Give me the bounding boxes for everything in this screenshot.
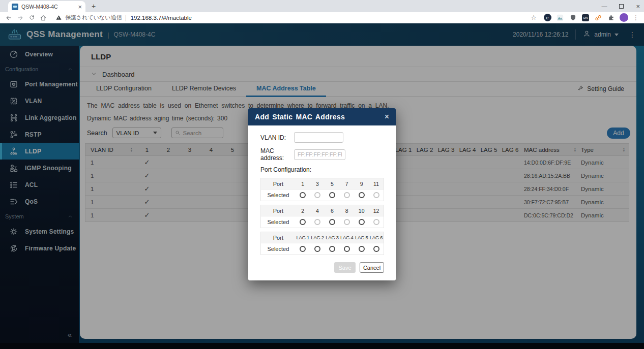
- port-config-table-2: Port24681012Selected: [260, 205, 384, 228]
- cancel-button[interactable]: Cancel: [360, 262, 384, 273]
- radio-port-lag-6[interactable]: [373, 246, 379, 252]
- tab-title: QSW-M408-4C: [21, 4, 75, 10]
- port-column-1: 1: [296, 181, 310, 187]
- radio-port-lag-5[interactable]: [359, 246, 365, 252]
- reload-icon: [28, 14, 35, 21]
- extension-link-icon[interactable]: [594, 14, 602, 22]
- extension-dn-icon[interactable]: DN: [581, 14, 590, 22]
- radio-port-lag-2[interactable]: [314, 246, 320, 252]
- dialog-title: Add Static MAC Address: [255, 113, 345, 121]
- radio-port-9[interactable]: [359, 192, 365, 198]
- profile-avatar[interactable]: [620, 13, 628, 22]
- radio-port-5[interactable]: [329, 192, 335, 198]
- address-bar-url[interactable]: 192.168.3.7/#/mactable: [131, 15, 192, 21]
- port-column-9: 9: [354, 181, 369, 187]
- extension-mountain-icon[interactable]: [556, 14, 564, 22]
- back-arrow-icon: [5, 14, 12, 21]
- browser-tab-bar: QSW-M408-4C × + — ×: [0, 0, 644, 12]
- port-column-12: 12: [369, 208, 384, 214]
- port-column-8: 8: [339, 208, 354, 214]
- mountain-icon: [556, 14, 564, 22]
- browser-menu-icon[interactable]: ⋮: [633, 14, 639, 21]
- radio-port-10[interactable]: [359, 219, 365, 225]
- port-column-lag-6: LAG 6: [369, 235, 384, 240]
- extension-e-icon[interactable]: e: [543, 14, 551, 22]
- radio-port-1[interactable]: [300, 192, 306, 198]
- extension-puzzle-icon[interactable]: [607, 14, 615, 22]
- puzzle-icon: [607, 14, 615, 21]
- mac-address-field[interactable]: [294, 149, 345, 160]
- port-column-lag-4: LAG 4: [339, 235, 354, 240]
- radio-port-11[interactable]: [373, 192, 379, 198]
- security-label: 保護されていない通信: [65, 14, 122, 21]
- port-header-label: Port: [261, 235, 296, 241]
- mac-address-label: MAC address:: [260, 147, 294, 162]
- radio-port-3[interactable]: [314, 192, 320, 198]
- window-maximize-button[interactable]: [619, 4, 624, 9]
- port-config-table-3: PortLAG 1LAG 2LAG 3LAG 4LAG 5LAG 6Select…: [260, 232, 384, 255]
- port-header-label: Port: [261, 181, 296, 187]
- url-separator: |: [125, 14, 127, 21]
- bottom-black-bar: [0, 343, 644, 349]
- port-column-lag-2: LAG 2: [310, 235, 325, 240]
- vlan-id-label: VLAN ID:: [260, 134, 294, 141]
- new-tab-button[interactable]: +: [92, 2, 96, 10]
- add-static-mac-dialog: Add Static MAC Address × VLAN ID: MAC ad…: [248, 108, 396, 280]
- window-close-button[interactable]: ×: [636, 3, 640, 10]
- port-column-3: 3: [310, 181, 325, 187]
- browser-tab[interactable]: QSW-M408-4C ×: [8, 1, 85, 12]
- bookmark-star-icon[interactable]: ☆: [531, 14, 537, 21]
- selected-label: Selected: [261, 219, 296, 225]
- port-header-label: Port: [261, 208, 296, 214]
- selected-label: Selected: [261, 246, 296, 252]
- forward-arrow-icon: [17, 14, 24, 21]
- not-secure-warning-icon[interactable]: [55, 14, 62, 21]
- port-configuration-label: Port Configuration:: [260, 166, 384, 173]
- radio-port-8[interactable]: [344, 219, 350, 225]
- back-icon[interactable]: [5, 14, 12, 21]
- port-column-6: 6: [325, 208, 339, 214]
- shield-icon: [569, 14, 577, 21]
- port-column-5: 5: [325, 181, 339, 187]
- radio-port-6[interactable]: [329, 219, 335, 225]
- forward-icon[interactable]: [17, 14, 24, 21]
- home-icon: [40, 14, 47, 21]
- port-column-11: 11: [369, 181, 384, 187]
- port-column-lag-5: LAG 5: [354, 235, 369, 240]
- tab-close-icon[interactable]: ×: [78, 4, 82, 10]
- port-column-7: 7: [339, 181, 354, 187]
- port-config-table-1: Port1357911Selected: [260, 178, 384, 201]
- link-icon: [594, 14, 602, 22]
- browser-nav-bar: 保護されていない通信 | 192.168.3.7/#/mactable ☆ eD…: [0, 12, 644, 23]
- reload-icon[interactable]: [28, 14, 35, 21]
- port-column-4: 4: [310, 208, 325, 214]
- selected-label: Selected: [261, 192, 296, 198]
- tab-favicon-icon: [12, 4, 18, 10]
- radio-port-2[interactable]: [300, 219, 306, 225]
- vlan-id-field[interactable]: [294, 132, 343, 143]
- port-column-10: 10: [354, 208, 369, 214]
- extension-shield-icon[interactable]: [569, 14, 577, 22]
- dialog-header: Add Static MAC Address ×: [248, 108, 396, 125]
- radio-port-lag-1[interactable]: [300, 246, 306, 252]
- radio-port-lag-4[interactable]: [344, 246, 350, 252]
- port-column-2: 2: [296, 208, 310, 214]
- radio-port-12[interactable]: [373, 219, 379, 225]
- close-icon[interactable]: ×: [385, 113, 389, 121]
- radio-port-lag-3[interactable]: [329, 246, 335, 252]
- home-icon[interactable]: [40, 14, 47, 21]
- port-column-lag-3: LAG 3: [325, 235, 339, 240]
- radio-port-4[interactable]: [314, 219, 320, 225]
- window-minimize-button[interactable]: —: [601, 4, 607, 9]
- warning-triangle-icon: [55, 14, 62, 21]
- port-column-lag-1: LAG 1: [296, 235, 310, 240]
- radio-port-7[interactable]: [344, 192, 350, 198]
- save-button[interactable]: Save: [334, 262, 356, 273]
